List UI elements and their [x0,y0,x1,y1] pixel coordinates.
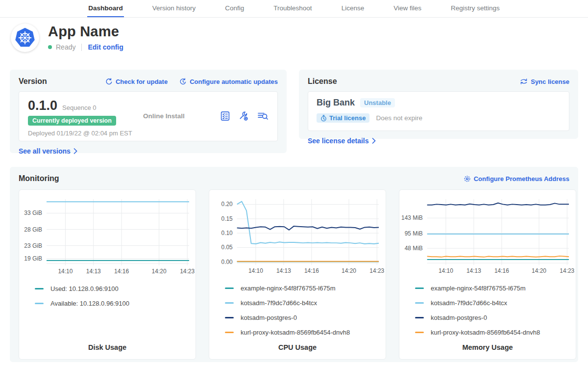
version-card-title: Version [19,77,47,86]
preflight-checks-icon[interactable] [220,111,230,121]
svg-text:14:10: 14:10 [58,268,73,275]
tab-version-history[interactable]: Version history [151,0,197,17]
chart-legend: example-nginx-54f8f76755-l675mkotsadm-7f… [415,285,576,343]
svg-text:19 GiB: 19 GiB [24,255,42,262]
legend-item: kurl-proxy-kotsadm-8569fb6454-dnvh8 [415,329,576,336]
legend-item: kotsadm-postgres-0 [415,314,576,321]
svg-text:14:23: 14:23 [560,267,574,274]
memory-usage-chart: 48 MiB95 MiB143 MiB14:1014:1314:1614:201… [399,193,576,280]
kubernetes-logo-icon [11,24,39,52]
svg-text:14:23: 14:23 [369,267,384,274]
svg-text:14:13: 14:13 [276,267,291,274]
currently-deployed-badge: Currently deployed version [28,116,116,126]
license-expiry: Does not expire [376,114,422,122]
version-sequence: Sequence 0 [62,104,96,111]
sync-arrows-icon [520,78,528,85]
legend-label: kotsadm-postgres-0 [431,314,487,321]
legend-dash-icon [225,288,234,289]
tab-dashboard[interactable]: Dashboard [87,0,124,17]
license-card: License Sync license Big Bank Unstable [299,70,578,139]
svg-text:0.10: 0.10 [221,230,233,236]
legend-label: example-nginx-54f8f76755-l675m [241,285,336,292]
chart-legend: example-nginx-54f8f76755-l675mkotsadm-7f… [225,285,386,343]
legend-label: kotsadm-7f9dc7d66c-b4tcx [431,299,507,307]
legend-item: example-nginx-54f8f76755-l675m [225,285,386,292]
see-all-versions-link[interactable]: See all versions [19,147,77,155]
config-wrench-icon[interactable] [239,111,249,121]
svg-text:14:20: 14:20 [532,267,546,274]
chart-legend: Used: 10.128.0.96:9100Available: 10.128.… [35,285,196,314]
svg-text:14:20: 14:20 [152,268,167,275]
legend-item: example-nginx-54f8f76755-l675m [415,285,576,292]
stopwatch-icon [320,115,327,122]
gear-icon [464,175,471,183]
deployed-timestamp: Deployed 01/19/22 @ 02:04 pm EST [28,130,143,137]
legend-dash-icon [35,288,44,289]
svg-text:0.15: 0.15 [221,215,233,222]
chart-title: CPU Usage [209,343,386,351]
version-number: 0.1.0 [28,98,57,113]
tab-config[interactable]: Config [224,0,245,17]
svg-text:14:16: 14:16 [304,267,319,274]
svg-text:95 MiB: 95 MiB [405,230,423,237]
install-type-label: Online Install [143,98,220,134]
svg-text:0.20: 0.20 [221,201,233,208]
sync-license-link[interactable]: Sync license [520,78,569,85]
svg-text:23 GiB: 23 GiB [24,242,42,249]
svg-text:14:20: 14:20 [342,267,356,274]
legend-dash-icon [415,332,424,333]
legend-label: kurl-proxy-kotsadm-8569fb6454-dnvh8 [431,329,540,336]
legend-item: kotsadm-7f9dc7d66c-b4tcx [225,299,386,307]
chart-title: Memory Usage [399,343,576,351]
status-text: Ready [56,43,75,51]
top-nav: Dashboard Version history Config Trouble… [0,0,588,18]
chevron-right-icon [74,148,77,154]
svg-text:14:16: 14:16 [114,268,129,275]
legend-item: kotsadm-7f9dc7d66c-b4tcx [415,299,576,307]
deployed-version-panel: 0.1.0 Sequence 0 Currently deployed vers… [19,91,278,141]
tab-registry-settings[interactable]: Registry settings [450,0,501,17]
edit-config-link[interactable]: Edit config [88,43,123,51]
status-dot [48,45,52,49]
version-card: Version Check for update Configure autom… [10,70,287,153]
legend-label: kotsadm-postgres-0 [241,314,297,321]
license-card-title: License [308,77,337,86]
tab-license[interactable]: License [341,0,366,17]
check-for-update-link[interactable]: Check for update [105,78,168,85]
svg-text:14:16: 14:16 [494,267,509,274]
legend-item: kotsadm-postgres-0 [225,314,386,321]
monitoring-card: Monitoring Configure Prometheus Address … [10,167,578,362]
legend-label: kotsadm-7f9dc7d66c-b4tcx [241,299,317,307]
configure-prometheus-link[interactable]: Configure Prometheus Address [464,175,569,183]
legend-dash-icon [415,302,424,304]
svg-text:28 GiB: 28 GiB [24,226,42,233]
disk-usage-chart: 19 GiB23 GiB28 GiB33 GiB14:1014:1314:161… [19,193,196,280]
configure-automatic-updates-link[interactable]: Configure automatic updates [179,78,278,85]
svg-text:0.05: 0.05 [221,244,233,251]
customer-name: Big Bank [317,98,355,108]
svg-text:14:13: 14:13 [466,267,481,274]
legend-item: kurl-proxy-kotsadm-8569fb6454-dnvh8 [225,329,386,336]
see-license-details-link[interactable]: See license details [308,137,376,145]
legend-dash-icon [225,302,234,304]
legend-label: kurl-proxy-kotsadm-8569fb6454-dnvh8 [241,329,350,336]
svg-text:33 GiB: 33 GiB [24,209,42,216]
legend-item: Available: 10.128.0.96:9100 [35,300,196,307]
view-diff-logs-icon[interactable] [257,111,269,121]
svg-text:48 MiB: 48 MiB [405,245,423,252]
svg-text:143 MiB: 143 MiB [401,214,423,221]
monitoring-title: Monitoring [19,174,59,183]
tab-view-files[interactable]: View files [392,0,422,17]
page-title: App Name [48,24,123,40]
legend-dash-icon [225,332,234,333]
trial-license-badge: Trial license [317,113,369,123]
clock-refresh-icon [179,78,187,85]
legend-label: example-nginx-54f8f76755-l675m [431,285,526,292]
legend-dash-icon [415,288,424,289]
disk-usage-panel: 19 GiB23 GiB28 GiB33 GiB14:1014:1314:161… [19,189,196,360]
legend-item: Used: 10.128.0.96:9100 [35,285,196,292]
legend-dash-icon [415,317,424,318]
tab-troubleshoot[interactable]: Troubleshoot [272,0,313,17]
license-panel: Big Bank Unstable Trial license Does not… [308,91,569,131]
channel-badge: Unstable [360,98,395,107]
